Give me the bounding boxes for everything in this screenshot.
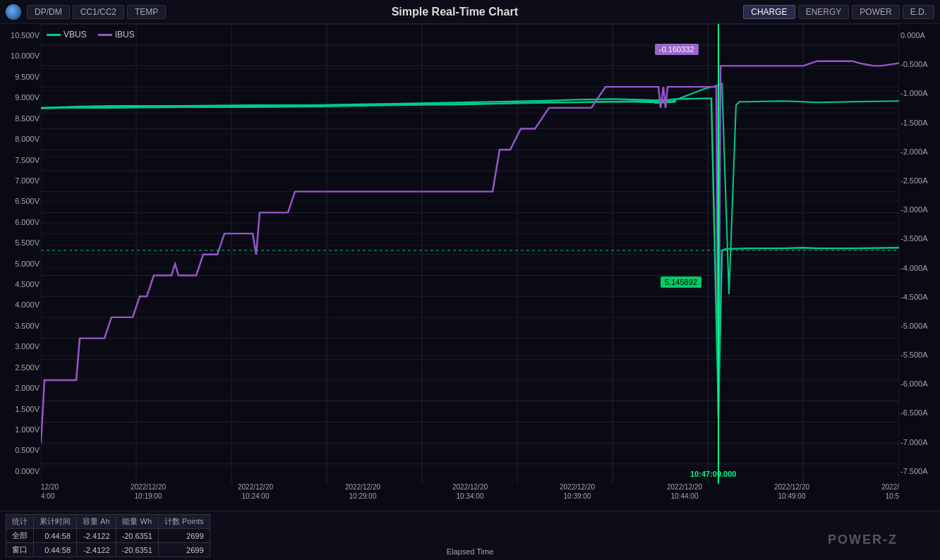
y-right-tick: -5.000A xyxy=(900,322,939,330)
y-left-tick: 0.000V xyxy=(1,467,40,475)
stats-cell-energy: -20.6351 xyxy=(116,543,158,557)
app-icon xyxy=(6,4,21,20)
bottom-stats: 统计 累计时间 容量 Ah 能量 Wh 计数 Points 全部 0:44:58… xyxy=(0,511,940,560)
ibus-label: IBUS xyxy=(115,30,135,39)
y-right-tick: -5.500A xyxy=(900,351,939,359)
nav-temp[interactable]: TEMP xyxy=(127,5,166,19)
y-right-tick: -2.500A xyxy=(900,176,939,185)
stats-row: 窗口 0:44:58 -2.4122 -20.6351 2699 xyxy=(6,543,210,557)
stats-cell-time: 0:44:58 xyxy=(34,543,77,557)
y-left-tick: 8.500V xyxy=(1,114,40,123)
chart-legend: VBUS IBUS xyxy=(47,30,135,39)
y-left-tick: 3.500V xyxy=(1,322,40,330)
x-axis-label: 2022/12/2010:24:00 xyxy=(238,482,273,501)
y-axis-left: 10.500V10.000V9.500V9.000V8.500V8.000V7.… xyxy=(0,24,41,511)
y-axis-right: 0.000A-0.500A-1.000A-1.500A-2.000A-2.500… xyxy=(899,24,940,511)
stats-cell-energy: -20.6351 xyxy=(116,529,158,543)
stats-cell-points: 2699 xyxy=(158,529,210,543)
x-axis-label: 2022/12/2010:39:00 xyxy=(560,482,595,501)
cursor-time-label: 10:47:09.000 xyxy=(690,470,736,478)
x-axis-label: 2022/12/2010:34:00 xyxy=(452,482,488,501)
stats-header-energy: 能量 Wh xyxy=(116,515,158,529)
y-right-tick: -7.000A xyxy=(900,438,939,446)
topbar: DP/DM CC1/CC2 TEMP Simple Real-Time Char… xyxy=(0,0,940,24)
y-right-tick: -4.000A xyxy=(900,264,939,272)
stats-header-label: 统计 xyxy=(6,515,34,529)
right-buttons: CHARGE ENERGY POWER E.D. xyxy=(743,5,934,19)
y-left-tick: 4.000V xyxy=(1,300,40,309)
stats-cell-capacity: -2.4122 xyxy=(77,529,116,543)
btn-energy[interactable]: ENERGY xyxy=(798,5,850,19)
x-axis-label: 2022/12/2010:44:00 xyxy=(667,482,702,501)
ibus-color-swatch xyxy=(98,34,112,36)
y-right-tick: -7.500A xyxy=(900,467,939,475)
y-left-tick: 6.500V xyxy=(1,197,40,205)
y-right-tick: -0.500A xyxy=(900,60,939,68)
y-left-tick: 5.500V xyxy=(1,238,40,247)
chart-inner[interactable]: VBUS IBUS xyxy=(41,24,899,511)
chart-svg xyxy=(41,24,899,511)
x-axis: 2022/12/2010:14:002022/12/2010:19:002022… xyxy=(41,480,899,511)
y-left-tick: 9.500V xyxy=(1,73,40,81)
y-left-tick: 7.000V xyxy=(1,176,40,185)
x-axis-label: 2022/12/2010:19:00 xyxy=(131,482,166,501)
vbus-tooltip: 5.145892 xyxy=(661,276,701,288)
btn-charge[interactable]: CHARGE xyxy=(743,5,795,19)
y-left-tick: 2.000V xyxy=(1,384,40,392)
legend-ibus: IBUS xyxy=(98,30,135,39)
y-left-tick: 5.000V xyxy=(1,260,40,268)
vbus-color-swatch xyxy=(47,34,61,36)
stats-header-capacity: 容量 Ah xyxy=(77,515,116,529)
y-right-tick: -4.500A xyxy=(900,293,939,301)
y-left-tick: 7.500V xyxy=(1,156,40,164)
stats-cell-capacity: -2.4122 xyxy=(77,543,116,557)
ibus-tooltip: -0.160332 xyxy=(655,44,699,55)
y-right-tick: -2.000A xyxy=(900,147,939,156)
y-right-tick: -3.000A xyxy=(900,205,939,214)
y-right-tick: -3.500A xyxy=(900,234,939,243)
y-right-tick: -1.500A xyxy=(900,118,939,127)
stats-table: 统计 累计时间 容量 Ah 能量 Wh 计数 Points 全部 0:44:58… xyxy=(6,514,210,557)
stats-cell-time: 0:44:58 xyxy=(34,529,77,543)
stats-cell-label: 全部 xyxy=(6,529,34,543)
y-right-tick: -6.500A xyxy=(900,408,939,417)
y-left-tick: 3.000V xyxy=(1,342,40,351)
nav-dp-dm[interactable]: DP/DM xyxy=(27,5,70,19)
y-right-tick: -1.000A xyxy=(900,89,939,97)
vbus-label: VBUS xyxy=(64,30,87,39)
y-left-tick: 1.500V xyxy=(1,405,40,413)
chart-container: 10.500V10.000V9.500V9.000V8.500V8.000V7.… xyxy=(0,24,940,511)
y-left-tick: 4.500V xyxy=(1,280,40,288)
x-axis-label: 2022/12/2010:14:00 xyxy=(41,482,59,501)
x-axis-label: 2022/12/2010:29:00 xyxy=(345,482,380,501)
y-right-tick: -6.000A xyxy=(900,379,939,388)
stats-header-points: 计数 Points xyxy=(158,515,210,529)
y-left-tick: 6.000V xyxy=(1,218,40,226)
stats-cell-points: 2699 xyxy=(158,543,210,557)
power-z-logo: POWER-Z xyxy=(828,532,898,547)
x-axis-label: 2022/12/2010:54:00 xyxy=(881,482,899,501)
y-left-tick: 10.000V xyxy=(1,51,40,60)
stats-cell-label: 窗口 xyxy=(6,543,34,557)
y-left-tick: 0.500V xyxy=(1,446,40,454)
x-axis-label: 2022/12/2010:49:00 xyxy=(774,482,809,501)
y-left-tick: 2.500V xyxy=(1,363,40,372)
y-left-tick: 10.500V xyxy=(1,31,40,39)
btn-power[interactable]: POWER xyxy=(852,5,899,19)
nav-cc1-cc2[interactable]: CC1/CC2 xyxy=(73,5,124,19)
stats-header-time: 累计时间 xyxy=(34,515,77,529)
y-right-tick: 0.000A xyxy=(900,31,939,39)
stats-row: 全部 0:44:58 -2.4122 -20.6351 2699 xyxy=(6,529,210,543)
btn-ed[interactable]: E.D. xyxy=(903,5,934,19)
y-left-tick: 1.000V xyxy=(1,425,40,434)
chart-title: Simple Real-Time Chart xyxy=(169,6,740,18)
svg-rect-0 xyxy=(41,24,899,484)
elapsed-label: Elapsed Time xyxy=(447,547,494,556)
y-left-tick: 8.000V xyxy=(1,135,40,143)
legend-vbus: VBUS xyxy=(47,30,87,39)
y-left-tick: 9.000V xyxy=(1,93,40,102)
